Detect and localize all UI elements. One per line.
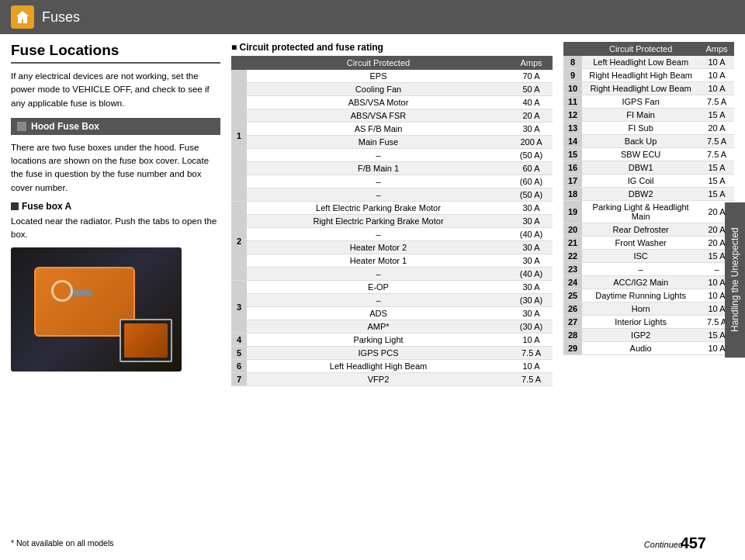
amps-value: 200 A	[510, 136, 553, 149]
col-header-amps: Amps	[510, 56, 553, 70]
table-row: 21Front Washer20 A	[563, 237, 734, 250]
bullet-icon	[11, 202, 19, 210]
circuit-name: AMP*	[247, 320, 510, 334]
circuit-name: Interior Lights	[582, 316, 699, 329]
row-number: 19	[563, 201, 582, 223]
circuit-name: ADS	[247, 307, 510, 320]
row-number: 28	[563, 329, 582, 342]
group-number: 1	[231, 70, 247, 202]
table-row: 20Rear Defroster20 A	[563, 223, 734, 237]
right-col-header-num	[563, 42, 582, 56]
amps-value: 10 A	[510, 334, 553, 347]
amps-value: 10 A	[699, 56, 734, 69]
table-row: –(50 A)	[231, 188, 553, 202]
fuse-box-image	[11, 247, 182, 372]
table-row: ABS/VSA Motor40 A	[231, 96, 553, 109]
amps-value: (30 A)	[510, 320, 553, 334]
circuit-name: –	[247, 268, 510, 281]
table-row: –(30 A)	[231, 294, 553, 307]
right-col-header-circuit: Circuit Protected	[582, 42, 699, 56]
amps-value: 60 A	[510, 162, 553, 175]
table-row: Heater Motor 230 A	[231, 241, 553, 254]
row-number: 14	[563, 135, 582, 148]
left-column: Fuse Locations If any electrical devices…	[11, 42, 220, 386]
page-number: 457	[681, 534, 706, 552]
circuit-name: –	[247, 228, 510, 241]
circuit-name: EPS	[247, 70, 510, 83]
amps-value: 30 A	[510, 307, 553, 320]
page-title: Fuse Locations	[11, 42, 220, 64]
circuit-name: Front Washer	[582, 237, 699, 250]
row-number: 23	[563, 263, 582, 276]
amps-value: 20 A	[699, 122, 734, 135]
group-number: 3	[231, 281, 247, 334]
right-col-header-amps: Amps	[699, 42, 734, 56]
row-number: 16	[563, 161, 582, 175]
table-row: 12FI Main15 A	[563, 109, 734, 122]
amps-value: 10 A	[699, 82, 734, 95]
circuit-name: IGPS PCS	[247, 347, 510, 360]
circuit-name: Left Headlight Low Beam	[582, 56, 699, 69]
amps-value: 7.5 A	[510, 347, 553, 360]
circuit-name: –	[247, 294, 510, 307]
row-number: 25	[563, 289, 582, 302]
hood-fuse-box-title: Hood Fuse Box	[31, 121, 99, 132]
circuit-name: Horn	[582, 302, 699, 316]
table-row: Main Fuse200 A	[231, 136, 553, 149]
amps-value: (50 A)	[510, 188, 553, 202]
amps-value: 15 A	[699, 109, 734, 122]
table-row: 6Left Headlight High Beam10 A	[231, 360, 553, 373]
table-row: 14Back Up7.5 A	[563, 135, 734, 148]
fuse-box-a-desc: Located near the radiator. Push the tabs…	[11, 215, 220, 242]
row-number: 21	[563, 237, 582, 250]
fuse-box-a-title: Fuse box A	[11, 201, 220, 212]
row-number: 27	[563, 316, 582, 329]
table-row: 25Daytime Running Lights10 A	[563, 289, 734, 302]
row-number: 18	[563, 188, 582, 201]
circuit-name: Rear Defroster	[582, 223, 699, 237]
table-row: 1EPS70 A	[231, 70, 553, 83]
group-number: 5	[231, 347, 247, 360]
amps-value: 30 A	[510, 241, 553, 254]
hood-fuse-box-body: There are two fuse boxes under the hood.…	[11, 141, 220, 195]
table-row: ABS/VSA FSR20 A	[231, 109, 553, 123]
group-number: 6	[231, 360, 247, 373]
circuit-table-title: ■ Circuit protected and fuse rating	[231, 42, 553, 53]
table-row: 17IG Coil15 A	[563, 175, 734, 188]
amps-value: 30 A	[510, 202, 553, 215]
circuit-name: ABS/VSA FSR	[247, 109, 510, 123]
row-number: 15	[563, 148, 582, 161]
row-number: 29	[563, 342, 582, 355]
row-number: 26	[563, 302, 582, 316]
circuit-name: Left Electric Parking Brake Motor	[247, 202, 510, 215]
row-number: 20	[563, 223, 582, 237]
amps-value: 7.5 A	[699, 148, 734, 161]
col-header-circuit: Circuit Protected	[247, 56, 510, 70]
amps-value: 20 A	[510, 109, 553, 123]
circuit-table: Circuit Protected Amps 1EPS70 ACooling F…	[231, 56, 553, 386]
circuit-name: Left Headlight High Beam	[247, 360, 510, 373]
amps-value: 10 A	[699, 69, 734, 82]
table-row: 10Right Headlight Low Beam10 A	[563, 82, 734, 95]
row-number: 8	[563, 56, 582, 69]
amps-value: (40 A)	[510, 228, 553, 241]
amps-value: 30 A	[510, 254, 553, 268]
amps-value: (30 A)	[510, 294, 553, 307]
circuit-name: IGPS Fan	[582, 95, 699, 109]
circuit-name: Parking Light	[247, 334, 510, 347]
page-header-title: Fuses	[42, 9, 80, 26]
table-row: F/B Main 160 A	[231, 162, 553, 175]
table-row: 11IGPS Fan7.5 A	[563, 95, 734, 109]
col-header-num	[231, 56, 247, 70]
table-row: 19Parking Light & Headlight Main20 A	[563, 201, 734, 223]
circuit-name: Right Headlight High Beam	[582, 69, 699, 82]
amps-value: 40 A	[510, 96, 553, 109]
row-number: 10	[563, 82, 582, 95]
circuit-name: FI Sub	[582, 122, 699, 135]
circuit-name: DBW2	[582, 188, 699, 201]
circuit-name: –	[247, 149, 510, 162]
amps-value: 7.5 A	[699, 135, 734, 148]
amps-value: 30 A	[510, 281, 553, 294]
table-row: –(50 A)	[231, 149, 553, 162]
page-header: Fuses	[0, 0, 745, 34]
